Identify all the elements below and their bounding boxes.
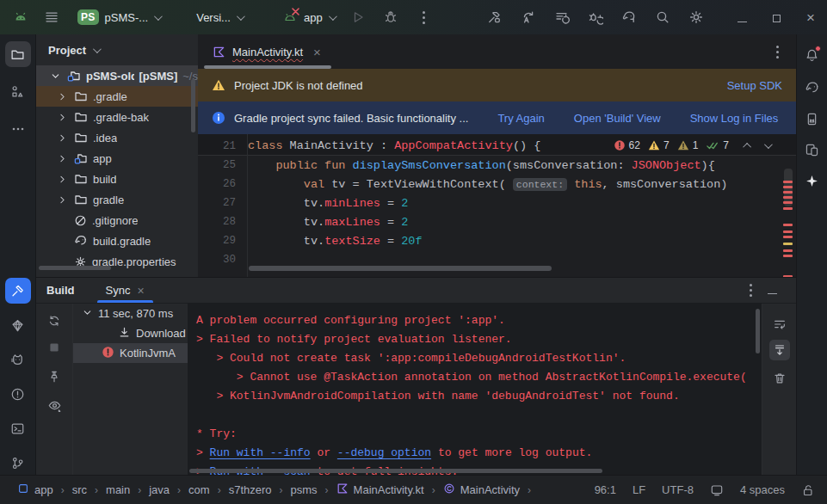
vcs-selector[interactable]: Versi...	[189, 8, 250, 28]
breadcrumb-item[interactable]: psms	[291, 483, 318, 496]
run-icon[interactable]	[346, 5, 370, 29]
search-everywhere-icon[interactable]	[651, 5, 675, 29]
try-again-link[interactable]: Try Again	[497, 112, 544, 125]
logcat-icon[interactable]	[5, 347, 31, 372]
breadcrumb-item[interactable]: java	[149, 483, 170, 496]
filter-eye-icon[interactable]	[44, 395, 65, 415]
minimize-window-icon[interactable]	[734, 11, 750, 24]
build-tree-item[interactable]: Download	[73, 323, 188, 343]
open-build-view-link[interactable]: Open 'Build' View	[574, 112, 661, 125]
scroll-to-end-icon[interactable]	[769, 340, 790, 360]
sync-failed-text: Gradle project sync failed. Basic functi…	[234, 112, 468, 125]
stop-icon[interactable]	[44, 337, 65, 358]
console-vertical-scrollbar[interactable]	[756, 309, 760, 353]
device-manager-icon[interactable]	[799, 106, 825, 132]
version-control-icon[interactable]	[5, 450, 31, 476]
code-area[interactable]: 21class MainActivity : AppCompatActivity…	[198, 134, 796, 277]
attach-debugger-icon[interactable]	[583, 5, 608, 29]
console-link[interactable]: --debug option	[337, 446, 431, 459]
device-selector[interactable]: app	[282, 9, 335, 25]
breadcrumb-label: s7thzero	[229, 483, 272, 496]
tree-item--idea[interactable]: .idea	[36, 127, 198, 148]
file-encoding[interactable]: UTF-8	[662, 483, 694, 496]
pin-icon[interactable]	[44, 366, 65, 387]
structure-tool-icon[interactable]	[5, 78, 31, 104]
build-tool-icon[interactable]	[5, 278, 31, 304]
next-problem-icon[interactable]	[764, 140, 773, 149]
tree-item-build[interactable]: build	[36, 169, 198, 189]
settings-icon[interactable]	[684, 5, 708, 29]
hide-build-panel-icon[interactable]	[768, 284, 777, 297]
breadcrumb-item[interactable]: s7thzero	[229, 483, 272, 496]
soft-wrap-icon[interactable]	[769, 314, 790, 335]
breadcrumb-item[interactable]: main	[106, 483, 130, 496]
project-horizontal-scrollbar[interactable]	[39, 266, 111, 270]
tree-item--gitignore[interactable]: .gitignore	[36, 210, 198, 230]
hammer-build-icon[interactable]	[483, 5, 507, 29]
jdk-warning-banner: Project JDK is not defined Setup SDK	[198, 69, 796, 101]
previous-problem-icon[interactable]	[743, 142, 751, 151]
tab-sync[interactable]: Sync ×	[104, 278, 146, 303]
code-line[interactable]: 26 val tv = TextViewWithContext( context…	[198, 175, 796, 194]
breadcrumb-item[interactable]: MainActivity.kt	[336, 482, 424, 497]
main-menu-icon[interactable]	[40, 5, 64, 29]
gradle-icon[interactable]	[799, 75, 825, 101]
notifications-status-icon[interactable]	[710, 483, 724, 497]
notifications-icon[interactable]	[799, 42, 825, 68]
reload-list-icon[interactable]	[550, 5, 574, 29]
unlock-icon[interactable]	[801, 483, 815, 497]
line-ending[interactable]: LF	[633, 483, 645, 496]
code-line[interactable]: 25 public fun displaySmsConversation(sms…	[198, 156, 796, 175]
close-sync-tab-icon[interactable]: ×	[137, 284, 144, 298]
gemini-icon[interactable]	[799, 168, 825, 194]
breadcrumb-item[interactable]: MainActivity	[443, 482, 520, 497]
tree-item-root[interactable]: pSMS-old [pSMS] ~/s	[36, 65, 198, 86]
close-window-icon[interactable]: ×	[803, 10, 818, 25]
code-line[interactable]: 28 tv.maxLines = 2	[198, 212, 796, 231]
tree-item-gradle[interactable]: gradle	[36, 189, 198, 210]
terminal-icon[interactable]	[5, 415, 31, 441]
more-run-actions-icon[interactable]	[411, 5, 435, 29]
sync-tab-label: Sync	[106, 284, 131, 297]
chevron-down-icon	[237, 12, 245, 21]
tree-item-build-gradle[interactable]: build.gradle	[36, 230, 198, 251]
project-selector[interactable]: PS pSMS-...	[71, 6, 167, 28]
breadcrumb-item[interactable]: com	[188, 483, 210, 496]
project-panel-header[interactable]: Project	[36, 34, 198, 65]
code-line[interactable]: 27 tv.minLines = 2	[198, 194, 796, 212]
rerun-sync-icon[interactable]	[44, 310, 65, 331]
clear-all-icon[interactable]	[769, 368, 790, 389]
apply-changes-icon[interactable]	[516, 5, 540, 29]
project-vertical-scrollbar[interactable]	[191, 79, 195, 132]
console-link[interactable]: Run with --info	[210, 446, 311, 459]
caret-position[interactable]: 96:1	[595, 483, 616, 496]
code-line[interactable]: 29 tv.textSize = 20f	[198, 231, 796, 250]
setup-sdk-link[interactable]: Setup SDK	[727, 79, 782, 92]
more-tool-windows-icon[interactable]	[5, 116, 31, 142]
show-log-link[interactable]: Show Log in Files	[690, 112, 779, 125]
ignored-icon	[74, 214, 87, 227]
problems-icon[interactable]	[5, 381, 31, 407]
editor-horizontal-scrollbar[interactable]	[249, 266, 552, 271]
tree-item--gradle-bak[interactable]: .gradle-bak	[36, 107, 198, 127]
editor-options-icon[interactable]	[765, 40, 789, 64]
tree-item-app[interactable]: app	[36, 148, 198, 169]
inspection-widget[interactable]: 62 7 1 7	[610, 138, 774, 153]
maximize-window-icon[interactable]	[768, 11, 784, 24]
console-horizontal-scrollbar[interactable]	[189, 469, 602, 473]
build-tree-item[interactable]: 11 sec, 870 ms	[73, 304, 188, 323]
debug-icon[interactable]	[379, 5, 403, 29]
build-options-icon[interactable]	[750, 284, 752, 297]
build-console[interactable]: A problem occurred configuring project '…	[188, 304, 762, 475]
build-tree-item[interactable]: KotlinJvmA	[73, 343, 188, 363]
breadcrumb-item[interactable]: src	[72, 483, 87, 496]
tab-mainactivity[interactable]: MainActivity.kt ×	[204, 39, 330, 65]
close-tab-icon[interactable]: ×	[313, 45, 321, 59]
project-tool-icon[interactable]	[5, 41, 31, 67]
tree-item--gradle[interactable]: .gradle	[36, 86, 198, 107]
indent-setting[interactable]: 4 spaces	[740, 483, 785, 496]
gradle-sync-icon[interactable]	[617, 5, 641, 29]
running-devices-icon[interactable]	[799, 137, 825, 163]
app-quality-insights-icon[interactable]	[5, 312, 31, 338]
breadcrumb-item[interactable]: app	[17, 482, 53, 497]
